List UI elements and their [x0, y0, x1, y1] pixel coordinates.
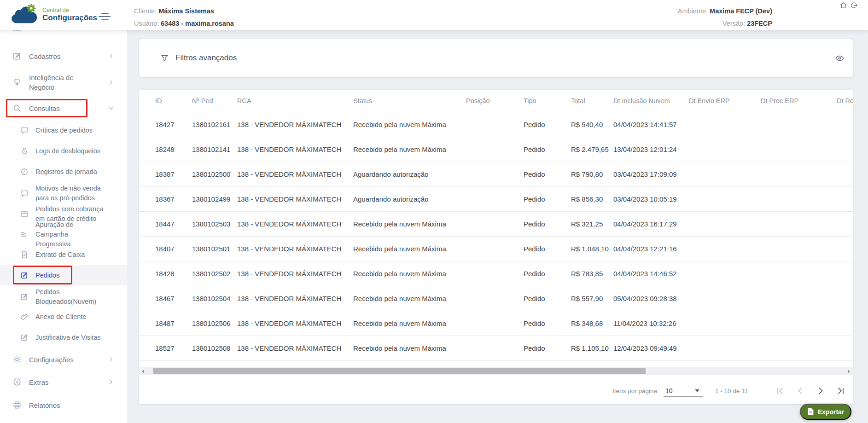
cell-tipo: Pedido	[524, 286, 571, 311]
col-dt-retorno[interactable]: Dt Retorno ERP	[837, 90, 853, 112]
sidebar-subitem-extrato-de-caixa[interactable]: Extrato de Caixa	[0, 245, 127, 264]
table-row[interactable]: 18487 1380102506 138 - VENDEDOR MÁXIMATE…	[139, 311, 853, 336]
cell-posicao	[466, 336, 524, 360]
cell-rca: 138 - VENDEDOR MÁXIMATECH	[237, 211, 353, 236]
cell-id: 18248	[155, 137, 192, 162]
scroll-left-arrow-icon[interactable]	[139, 367, 147, 375]
cell-status: Recebido pela nuvem Máxima	[353, 261, 466, 286]
cell-total: R$ 790,80	[571, 162, 613, 186]
cell-id: 18407	[155, 236, 192, 261]
cliente-value: Máxima Sistemas	[158, 7, 214, 15]
sidebar-subitem-motivos-nao-venda[interactable]: Motivos de não venda para os pré-pedidos	[0, 183, 127, 204]
edit-icon	[19, 270, 29, 280]
cell-rca: 138 - VENDEDOR MÁXIMATECH	[237, 112, 353, 137]
sidebar-item-extras[interactable]: Extras	[0, 373, 127, 391]
first-page-icon[interactable]	[775, 385, 786, 396]
table-row[interactable]: 18248 1380102141 138 - VENDEDOR MÁXIMATE…	[139, 137, 853, 162]
advanced-filters-title: Filtros avançados	[175, 53, 237, 63]
edit-icon	[12, 51, 23, 62]
sidebar-subitem-logs-de-desbloqueios[interactable]: Logs de desbloqueios	[0, 142, 127, 160]
cell-nped: 1380102504	[192, 286, 237, 311]
table-row[interactable]: 18527 1380102508 138 - VENDEDOR MÁXIMATE…	[139, 336, 853, 360]
cell-tipo: Pedido	[524, 186, 571, 211]
hamburger-menu-icon[interactable]	[99, 12, 111, 22]
cell-total: R$ 540,40	[571, 112, 613, 137]
sidebar-subitem-apuracao-campanha[interactable]: Apuração de Campanha Progressiva	[0, 224, 127, 245]
cell-dt-envio	[689, 286, 761, 311]
sidebar-item-cadastros[interactable]: Cadastros	[0, 47, 127, 65]
advanced-filters-card: Filtros avançados	[139, 39, 853, 77]
cell-dt-inclusao: 04/04/2023 14:41:57	[613, 112, 689, 137]
sidebar-subitem-label: Registros de jornada	[35, 167, 105, 177]
home-icon[interactable]	[839, 1, 847, 9]
pagination-buttons	[765, 385, 846, 396]
page-size-select[interactable]: 10	[664, 385, 703, 397]
versao-label: Versão:	[722, 20, 745, 27]
scroll-right-arrow-icon[interactable]	[845, 367, 853, 375]
gear-icon	[12, 354, 23, 365]
cell-posicao	[466, 261, 524, 286]
col-tipo[interactable]: Tipo	[524, 90, 571, 112]
cell-dt-inclusao: 13/04/2023 12:01:24	[613, 137, 689, 162]
sidebar-item-consultas[interactable]: Consultas	[0, 99, 127, 117]
sidebar-subitem-anexo-de-cliente[interactable]: Anexo de Cliente	[0, 307, 127, 326]
cell-dt-inclusao: 12/04/2023 09:49:49	[613, 336, 689, 360]
chevron-down-icon	[108, 105, 114, 111]
cell-rca: 138 - VENDEDOR MÁXIMATECH	[237, 186, 353, 211]
eye-icon[interactable]	[835, 53, 845, 63]
cell-status: Recebido pela nuvem Máxima	[353, 336, 466, 360]
sidebar-subitem-criticas-de-pedidos[interactable]: Críticas de pedidos	[0, 121, 127, 139]
sidebar-subitem-label: Motivos de não venda para os pré-pedidos	[35, 184, 105, 203]
col-total[interactable]: Total	[571, 90, 613, 112]
table-row[interactable]: 18387 1380102500 138 - VENDEDOR MÁXIMATE…	[139, 162, 853, 186]
table-row[interactable]: 18427 1380102161 138 - VENDEDOR MÁXIMATE…	[139, 112, 853, 137]
caret-down-icon	[695, 389, 699, 392]
logo-text: Central de Configurações	[42, 7, 97, 22]
cell-posicao	[466, 236, 524, 261]
col-posicao[interactable]: Posição	[466, 90, 524, 112]
cell-dt-retorno	[837, 336, 853, 360]
last-page-icon[interactable]	[835, 385, 846, 396]
col-rca[interactable]: RCA	[237, 90, 353, 112]
table-row[interactable]: 18407 1380102501 138 - VENDEDOR MÁXIMATE…	[139, 236, 853, 261]
scrollbar-thumb[interactable]	[153, 368, 646, 374]
table-row[interactable]: 18428 1380102502 138 - VENDEDOR MÁXIMATE…	[139, 261, 853, 286]
col-id[interactable]: ID	[155, 90, 192, 112]
cell-dt-retorno	[837, 286, 853, 311]
sidebar-item-relatorios[interactable]: Relatórios	[0, 396, 127, 414]
environment-info-block: Ambiente: Maxima FECP (Dev) Versão: 23FE…	[551, 0, 772, 30]
col-dt-inclusao[interactable]: Dt Inclusão Nuvem	[613, 90, 689, 112]
sidebar-item-inteligencia[interactable]: Inteligência de Negócio	[0, 71, 127, 93]
sidebar-subitem-justificativa-visitas[interactable]: Justificativa de Visitas	[0, 328, 127, 347]
sidebar-subitem-registros-de-jornada[interactable]: Registros de jornada	[0, 162, 127, 181]
cell-total: R$ 1.105,10	[571, 336, 613, 360]
sidebar-subitem-pedidos-bloqueados[interactable]: Pedidos Bloqueados(Nuvem)	[0, 286, 127, 307]
cell-total: R$ 1.048,10	[571, 236, 613, 261]
table-row[interactable]: 18447 1380102503 138 - VENDEDOR MÁXIMATE…	[139, 211, 853, 236]
sidebar-item-configuracoes[interactable]: Configurações	[0, 350, 127, 369]
app-logo[interactable]: Central de Configurações	[10, 4, 97, 25]
cell-dt-envio	[689, 211, 761, 236]
cell-id: 18427	[155, 112, 192, 137]
table-row[interactable]: 18467 1380102504 138 - VENDEDOR MÁXIMATE…	[139, 286, 853, 311]
cell-nped: 1380102501	[192, 236, 237, 261]
sidebar-item-label: Consultas	[29, 104, 99, 113]
export-button[interactable]: Exportar	[800, 404, 851, 420]
cell-dt-envio	[689, 261, 761, 286]
advanced-filters-toggle[interactable]: Filtros avançados	[139, 39, 853, 77]
next-page-icon[interactable]	[815, 385, 826, 396]
table-row[interactable]: 18367 1380102499 138 - VENDEDOR MÁXIMATE…	[139, 186, 853, 211]
col-dt-proc[interactable]: Dt Proc ERP	[761, 90, 837, 112]
col-status[interactable]: Status	[353, 90, 466, 112]
logout-icon[interactable]	[850, 1, 858, 9]
horizontal-scrollbar[interactable]	[139, 367, 853, 375]
previous-page-icon[interactable]	[795, 385, 806, 396]
col-dt-envio[interactable]: Dt Envio ERP	[689, 90, 761, 112]
sidebar-subitem-pedidos[interactable]: Pedidos	[0, 265, 127, 285]
cell-posicao	[466, 112, 524, 137]
cell-dt-envio	[689, 311, 761, 336]
col-nped[interactable]: Nº Ped	[192, 90, 237, 112]
cell-id: 18467	[155, 286, 192, 311]
versao-value: 23FECP	[747, 20, 772, 27]
orders-table: ID Nº Ped RCA Status Posição Tipo Total …	[139, 90, 853, 361]
